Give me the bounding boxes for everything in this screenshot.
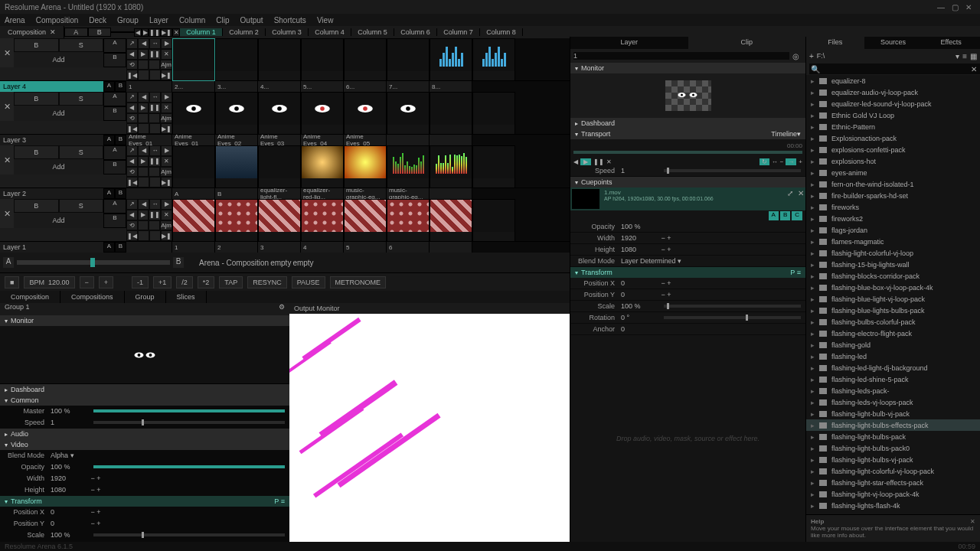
file-item[interactable]: ▸flashing-leds-pack- — [806, 385, 980, 396]
clip-cell[interactable] — [430, 199, 472, 242]
cuepoints-section[interactable]: Cuepoints — [570, 177, 805, 187]
play-icon[interactable]: ▶ — [142, 28, 149, 37]
clip-cell[interactable] — [344, 92, 387, 135]
list-icon[interactable]: ≡ — [962, 52, 967, 60]
prev-col-icon[interactable]: ◀ — [134, 28, 142, 37]
next-col-icon[interactable]: ▶❚ — [161, 28, 172, 37]
file-item[interactable]: ▸Explosionaction-pack — [806, 132, 980, 144]
clip-cell[interactable] — [344, 38, 387, 81]
clip-cell[interactable] — [472, 92, 515, 135]
file-item[interactable]: ▸flashing-blocks-corridor-pack — [806, 270, 980, 282]
layer-clear-icon[interactable]: ✕ — [0, 145, 14, 174]
stop-clip-icon[interactable]: ✕ — [606, 158, 612, 165]
column-header[interactable]: Column 7 — [437, 28, 480, 36]
column-header[interactable]: Column 5 — [351, 28, 394, 36]
close-cue-icon[interactable]: ✕ — [798, 189, 804, 209]
file-item[interactable]: ▸flashing-bulbs-colorful-pack — [806, 316, 980, 328]
clear-icon[interactable]: ✕ — [971, 65, 977, 73]
clip-cell[interactable] — [258, 199, 301, 242]
crossfade-a[interactable]: A — [64, 28, 88, 37]
lower-tab[interactable]: Compositions — [60, 291, 125, 303]
clip-speed-slider[interactable] — [664, 169, 801, 172]
clip-cell[interactable] — [172, 145, 215, 188]
layer-name[interactable]: Layer 4 — [0, 81, 103, 92]
layer-name[interactable]: Layer 1 — [0, 242, 103, 253]
clip-cell[interactable] — [301, 38, 344, 81]
file-item[interactable]: ▸flashing-electro-flight-pack — [806, 328, 980, 339]
file-item[interactable]: ▸Ethnic Gold VJ Loop — [806, 109, 980, 121]
clip-transport-section[interactable]: TransportTimeline ▾ — [570, 129, 805, 139]
pause-clip-icon[interactable]: ❚❚ — [593, 158, 604, 165]
target-icon[interactable]: ◎ — [789, 52, 802, 60]
height-minus[interactable]: − — [89, 486, 96, 494]
cue-button[interactable]: B — [780, 211, 790, 220]
clip-cell[interactable] — [430, 92, 472, 135]
help-close-icon[interactable]: ✕ — [970, 518, 975, 525]
browser-path[interactable]: F:\ — [817, 52, 952, 60]
menu-view[interactable]: View — [317, 16, 334, 24]
bpm-plus[interactable]: + — [99, 276, 113, 289]
file-item[interactable]: ▸explosions-confetti-pack — [806, 144, 980, 155]
resync-button[interactable]: RESYNC — [247, 276, 287, 289]
column-header[interactable]: Column 2 — [223, 28, 266, 36]
loop-icon[interactable]: ↻ — [760, 158, 769, 165]
clip-cell[interactable] — [172, 92, 215, 135]
file-item[interactable]: ▸flashing-blue-box-vj-loop-pack-4k — [806, 282, 980, 293]
add-icon[interactable]: + — [809, 52, 814, 60]
browser-tab[interactable]: Effects — [922, 37, 980, 49]
speed-slider[interactable] — [93, 421, 285, 424]
timeline-scrub[interactable] — [573, 151, 802, 154]
search-input[interactable] — [809, 64, 980, 74]
once-icon[interactable]: → — [786, 158, 796, 165]
clip-transform-section[interactable]: TransformP ≡ — [570, 267, 805, 278]
column-header[interactable]: Column 6 — [394, 28, 437, 36]
width-plus[interactable]: + — [96, 474, 100, 482]
clip-cell[interactable] — [258, 38, 301, 81]
clip-cell[interactable] — [344, 145, 387, 188]
clip-rotation-slider[interactable] — [664, 316, 801, 319]
clip-cell[interactable] — [301, 199, 344, 242]
clip-cell[interactable] — [387, 199, 430, 242]
bounce-icon[interactable]: ↔ — [772, 158, 778, 165]
cuepoint-clip[interactable]: 1.mov AP h264, 1920x1080, 30.00 fps, 00:… — [570, 187, 805, 210]
comp-tab-button[interactable]: empty — [270, 259, 291, 267]
solo-button[interactable]: S — [59, 38, 104, 52]
bypass-button[interactable]: B — [14, 145, 59, 159]
clip-cell[interactable] — [430, 145, 472, 188]
clip-monitor-section[interactable]: Monitor — [570, 63, 805, 73]
browser-tab[interactable]: Files — [806, 37, 864, 49]
bypass-button[interactable]: B — [14, 38, 59, 52]
clip-cell[interactable] — [301, 145, 344, 188]
layer-clear-icon[interactable]: ✕ — [0, 92, 14, 121]
menu-deck[interactable]: Deck — [89, 16, 106, 24]
lower-tab[interactable]: Composition — [0, 291, 60, 303]
clip-cell[interactable] — [472, 38, 515, 81]
s-button[interactable] — [122, 31, 134, 33]
maximize-icon[interactable]: ▢ — [948, 3, 962, 11]
menu-arena[interactable]: Arena — [5, 16, 25, 24]
transform-section[interactable]: TransformP ≡ — [0, 496, 289, 507]
browser-tab[interactable]: Sources — [864, 37, 923, 49]
file-item[interactable]: ▸flashing-led — [806, 350, 980, 362]
file-item[interactable]: ▸flashing-leds-vj-loops-pack — [806, 396, 980, 408]
clip-blend-mode[interactable]: Layer Determined ▾ — [621, 257, 681, 265]
menu-output[interactable]: Output — [240, 16, 263, 24]
layer-name[interactable]: Layer 2 — [0, 188, 103, 199]
stop-button[interactable]: ■ — [5, 276, 19, 289]
mul2-button[interactable]: *2 — [198, 276, 215, 289]
gear-icon[interactable]: ⚙ — [279, 303, 285, 315]
bypass-button[interactable]: B — [14, 92, 59, 106]
common-section[interactable]: Common — [0, 395, 289, 406]
layer-name[interactable]: Layer 3 — [0, 135, 103, 145]
clip-cell[interactable] — [387, 92, 430, 135]
add-button[interactable]: Add — [14, 159, 103, 174]
file-item[interactable]: ▸flashing-led-shine-5-pack — [806, 373, 980, 385]
tap-button[interactable]: TAP — [219, 276, 243, 289]
rand-icon[interactable]: ✕ — [172, 28, 180, 37]
layer-clear-icon[interactable]: ✕ — [0, 38, 14, 67]
dropdown-icon[interactable]: ▾ — [956, 52, 959, 60]
file-item[interactable]: ▸fireworks2 — [806, 213, 980, 224]
menu-group[interactable]: Group — [117, 16, 139, 24]
column-header[interactable]: Column 4 — [309, 28, 351, 36]
bpm-field[interactable]: BPM 120.00 — [24, 276, 74, 289]
